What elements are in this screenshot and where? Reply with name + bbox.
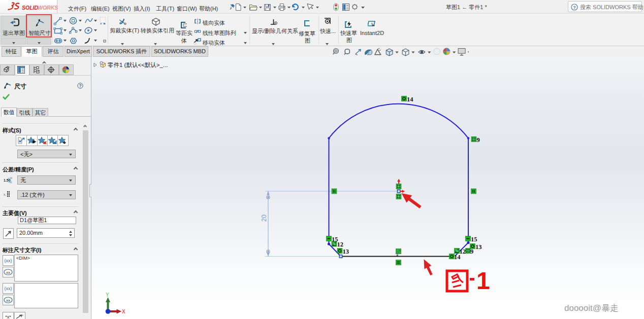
svg-text:13: 13 <box>343 248 349 255</box>
svg-text:xx: xx <box>6 270 10 275</box>
svg-text:零件1 (默认<<默认>_...: 零件1 (默认<<默认>_... <box>108 62 168 68</box>
svg-text:WORKS: WORKS <box>38 5 58 11</box>
svg-text:SOLID: SOLID <box>22 5 39 11</box>
svg-text:20: 20 <box>261 215 268 222</box>
svg-text:12: 12 <box>337 241 344 248</box>
svg-text:?: ? <box>573 5 576 10</box>
svg-text:9: 9 <box>477 136 480 144</box>
svg-text:xx: xx <box>6 298 10 303</box>
svg-text:14: 14 <box>454 254 461 261</box>
svg-text:*x*: *x* <box>5 314 11 319</box>
svg-text:1: 1 <box>476 267 490 294</box>
svg-text:+.01: +.01 <box>8 176 12 180</box>
svg-text:9: 9 <box>470 248 473 255</box>
svg-text:-.01: -.01 <box>8 181 12 184</box>
svg-text:(xx): (xx) <box>5 286 12 291</box>
svg-text:Y: Y <box>106 292 109 298</box>
svg-text:15: 15 <box>471 236 477 243</box>
svg-text:X: X <box>122 309 125 314</box>
svg-text:13: 13 <box>475 243 482 251</box>
svg-text:?: ? <box>79 83 81 88</box>
svg-text:14: 14 <box>407 96 413 103</box>
svg-text:dooooit@暴走: dooooit@暴走 <box>564 303 619 313</box>
svg-text:*: * <box>396 253 399 260</box>
svg-text:x: x <box>22 313 23 316</box>
svg-text:x.: x. <box>4 193 6 196</box>
svg-text:(xx): (xx) <box>5 258 12 263</box>
